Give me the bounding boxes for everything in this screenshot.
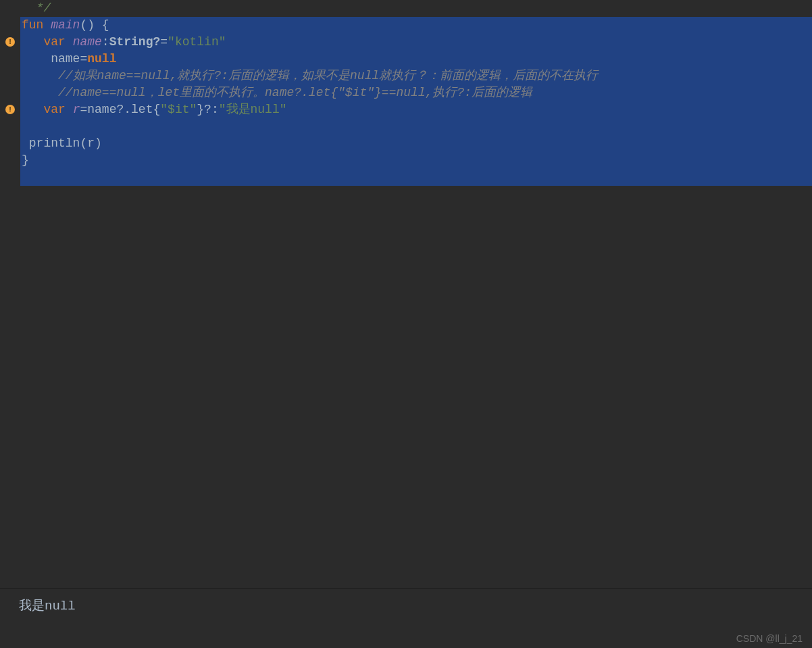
code-token: }?:: [197, 103, 218, 116]
code-token: null: [87, 52, 116, 66]
code-token: "kotlin": [168, 35, 226, 49]
code-line[interactable]: var r=name?.let{"$it"}?:"我是null": [20, 101, 812, 118]
code-token: name: [73, 35, 102, 49]
code-token: "我是null": [219, 103, 287, 116]
code-token: }: [22, 153, 29, 167]
code-line[interactable]: var name:String?="kotlin": [20, 34, 812, 51]
code-line[interactable]: name=null: [20, 51, 812, 68]
code-lines-container: */fun main() { var name:String?="kotlin"…: [20, 0, 812, 186]
code-line[interactable]: [20, 169, 812, 186]
code-line[interactable]: */: [20, 0, 812, 17]
code-line[interactable]: //name==null，let里面的不执行。name?.let{"$it"}=…: [20, 84, 812, 101]
console-panel[interactable]: 我是null: [0, 588, 812, 648]
watermark-text: CSDN @ll_j_21: [736, 633, 803, 644]
code-token: $it: [168, 103, 189, 116]
editor-gutter: [0, 0, 20, 588]
code-line[interactable]: [20, 118, 812, 135]
code-token: =name?.let{: [80, 103, 160, 116]
code-token: var: [43, 35, 72, 49]
code-token: :: [102, 35, 109, 49]
code-token: =: [160, 35, 168, 49]
code-line[interactable]: println(r): [20, 135, 812, 152]
code-editor[interactable]: */fun main() { var name:String?="kotlin"…: [0, 0, 812, 588]
code-token: String?: [109, 35, 161, 49]
code-line[interactable]: //如果name==null,就执行?:后面的逻辑，如果不是null就执行？：前…: [20, 68, 812, 84]
code-token: r: [73, 103, 80, 116]
code-token: fun: [22, 18, 51, 32]
code-token: () {: [80, 18, 109, 32]
code-line[interactable]: fun main() {: [20, 17, 812, 34]
warning-icon[interactable]: [5, 105, 15, 114]
code-token: var: [43, 103, 72, 116]
code-token: main: [51, 18, 80, 32]
code-line[interactable]: }: [20, 152, 812, 169]
code-token: ": [189, 103, 197, 116]
code-token: //name==null，let里面的不执行。name?.let{"$it"}=…: [58, 86, 532, 99]
code-token: ": [160, 103, 168, 116]
code-token: println(r): [29, 136, 102, 150]
code-token: //如果name==null,就执行?:后面的逻辑，如果不是null就执行？：前…: [58, 69, 598, 82]
warning-icon[interactable]: [5, 37, 15, 47]
code-token: name=: [51, 52, 87, 66]
code-token: */: [36, 1, 51, 15]
console-output-text: 我是null: [19, 597, 793, 614]
